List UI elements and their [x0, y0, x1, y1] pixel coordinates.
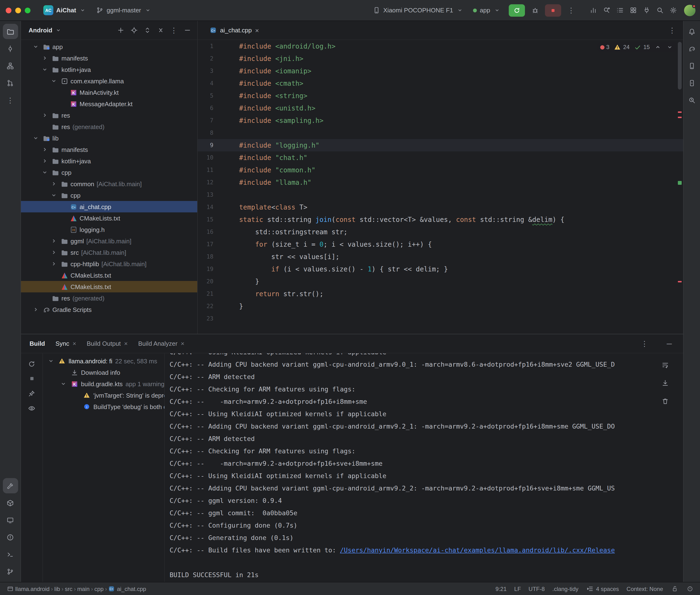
chevron-down-icon[interactable]: [47, 359, 55, 363]
chevron-right-icon[interactable]: [50, 181, 58, 186]
project-button[interactable]: [3, 24, 18, 39]
build-tab-sync[interactable]: Sync×: [56, 340, 76, 347]
pull-requests-button[interactable]: [3, 75, 18, 90]
problems-button[interactable]: [3, 530, 18, 545]
change-stripe-mark[interactable]: [678, 181, 682, 185]
status-widget-context-none[interactable]: Context: None: [627, 586, 663, 592]
more-button[interactable]: ⋮: [168, 24, 180, 36]
search-ai-button[interactable]: [600, 4, 613, 17]
line-number[interactable]: 16: [198, 226, 239, 238]
close-tab-icon[interactable]: ×: [255, 26, 259, 34]
scroll-end-button[interactable]: [657, 375, 673, 391]
build-tree-item[interactable]: 'jvmTarget': String' is deprec: [43, 390, 164, 401]
build-tree-item[interactable]: iBuildType 'debug' is both de: [43, 401, 164, 413]
tree-item[interactable]: cpp-httplib[AiChat.lib.main]: [21, 258, 197, 270]
chevron-down-icon[interactable]: [40, 67, 49, 72]
line-number[interactable]: 17: [198, 238, 239, 251]
line-number[interactable]: 23: [198, 312, 239, 325]
build-tab-build-analyzer[interactable]: Build Analyzer×: [138, 340, 184, 347]
error-stripe-mark[interactable]: [678, 111, 682, 113]
line-number[interactable]: 20: [198, 275, 239, 288]
soft-wrap-button[interactable]: [657, 357, 673, 372]
line-number[interactable]: 10: [198, 151, 239, 164]
build-tree-item[interactable]: Kbuild.gradle.ktsapp 1 warning: [43, 378, 164, 390]
run-configuration-selector[interactable]: app: [470, 4, 504, 16]
search-button[interactable]: [653, 4, 666, 17]
line-number[interactable]: 9: [198, 139, 239, 151]
tree-item[interactable]: res: [21, 110, 197, 121]
close-window-button[interactable]: [6, 7, 11, 13]
branch-selector[interactable]: ggml-master: [93, 4, 155, 16]
editor-tab[interactable]: C+ ai_chat.cpp ×: [203, 21, 264, 39]
device-selector[interactable]: Xiaomi POCOPHONE F1: [369, 4, 467, 16]
error-stripe-mark[interactable]: [678, 281, 682, 282]
build-tab-build-output[interactable]: Build Output×: [87, 340, 128, 347]
tree-item[interactable]: C+ai_chat.cpp: [21, 201, 197, 213]
tree-item[interactable]: com.example.llama: [21, 75, 197, 87]
code-editor[interactable]: 1#include <android/log.h>2#include <jni.…: [198, 40, 683, 334]
tasks-button[interactable]: [614, 4, 626, 17]
chevron-down-icon[interactable]: [50, 79, 58, 83]
tree-item[interactable]: common[AiChat.lib.main]: [21, 178, 197, 190]
tree-item[interactable]: CMakeLists.txt: [21, 270, 197, 281]
build-tree-item[interactable]: llama.android: fi22 sec, 583 ms: [43, 355, 164, 367]
close-tab-icon[interactable]: ×: [124, 340, 128, 347]
refresh-button[interactable]: [25, 357, 38, 370]
project-selector[interactable]: AC AiChat: [40, 3, 90, 17]
previous-problem-icon[interactable]: [654, 43, 662, 51]
build-console[interactable]: C/C++: -- Using KleidiAI optimized kerne…: [165, 353, 683, 582]
line-number[interactable]: 2: [198, 52, 239, 65]
status-widget-lf[interactable]: LF: [514, 586, 521, 592]
pin-button[interactable]: [25, 387, 38, 400]
expand-all-button[interactable]: [141, 24, 153, 36]
tree-item[interactable]: Gradle Scripts: [21, 304, 197, 315]
hide-button[interactable]: [181, 24, 193, 36]
build-options-button[interactable]: ⋮: [637, 337, 652, 350]
locate-button[interactable]: [128, 24, 140, 36]
version-control-button[interactable]: [3, 564, 18, 579]
tree-item[interactable]: src[AiChat.lib.main]: [21, 247, 197, 258]
chevron-right-icon[interactable]: [50, 238, 58, 243]
close-tab-icon[interactable]: ×: [181, 340, 184, 347]
chevron-right-icon[interactable]: [40, 147, 49, 152]
chevron-down-icon[interactable]: [50, 193, 58, 198]
tree-item[interactable]: res(generated): [21, 292, 197, 304]
tree-item[interactable]: ggml[AiChat.lib.main]: [21, 235, 197, 247]
tree-item[interactable]: app: [21, 41, 197, 52]
gradle-button[interactable]: [684, 41, 700, 56]
line-number[interactable]: 7: [198, 114, 239, 127]
hide-build-panel-button[interactable]: ─: [662, 337, 676, 350]
status-widget-9-21[interactable]: 9:21: [496, 586, 507, 592]
zoom-window-button[interactable]: [25, 7, 30, 13]
build-button[interactable]: [3, 478, 18, 493]
tree-item[interactable]: Hlogging.h: [21, 224, 197, 235]
close-tab-icon[interactable]: ×: [73, 340, 76, 347]
chevron-down-icon[interactable]: [40, 170, 49, 175]
status-widget-utf-8[interactable]: UTF-8: [529, 586, 545, 592]
clear-button[interactable]: [657, 393, 673, 408]
tree-item[interactable]: kotlin+java: [21, 155, 197, 167]
tree-item[interactable]: manifests: [21, 144, 197, 155]
line-number[interactable]: 13: [198, 189, 239, 201]
line-number[interactable]: 18: [198, 251, 239, 263]
status-widget--clang-tidy[interactable]: .clang-tidy: [552, 586, 578, 592]
more-button[interactable]: ⋮: [3, 92, 18, 108]
line-number[interactable]: 11: [198, 164, 239, 176]
chevron-right-icon[interactable]: [50, 261, 58, 266]
line-number[interactable]: 14: [198, 201, 239, 213]
stop-button[interactable]: [545, 4, 561, 17]
status-widget-4-spaces[interactable]: 4 spaces: [586, 585, 619, 593]
chevron-down-icon[interactable]: [59, 381, 68, 386]
plus-button[interactable]: [114, 24, 127, 36]
debug-button[interactable]: [528, 4, 542, 17]
chevron-down-icon[interactable]: [31, 136, 40, 140]
device-manager-button[interactable]: [684, 58, 700, 73]
avatar[interactable]: [684, 4, 696, 16]
line-number[interactable]: 12: [198, 176, 239, 189]
breadcrumb-item[interactable]: lib: [54, 586, 60, 592]
passed-count[interactable]: 15: [634, 43, 650, 51]
terminal-button[interactable]: [3, 547, 18, 562]
tree-item[interactable]: KMainActivity.kt: [21, 87, 197, 98]
error-stripe-mark[interactable]: [678, 117, 682, 118]
commit-button[interactable]: [3, 41, 18, 56]
